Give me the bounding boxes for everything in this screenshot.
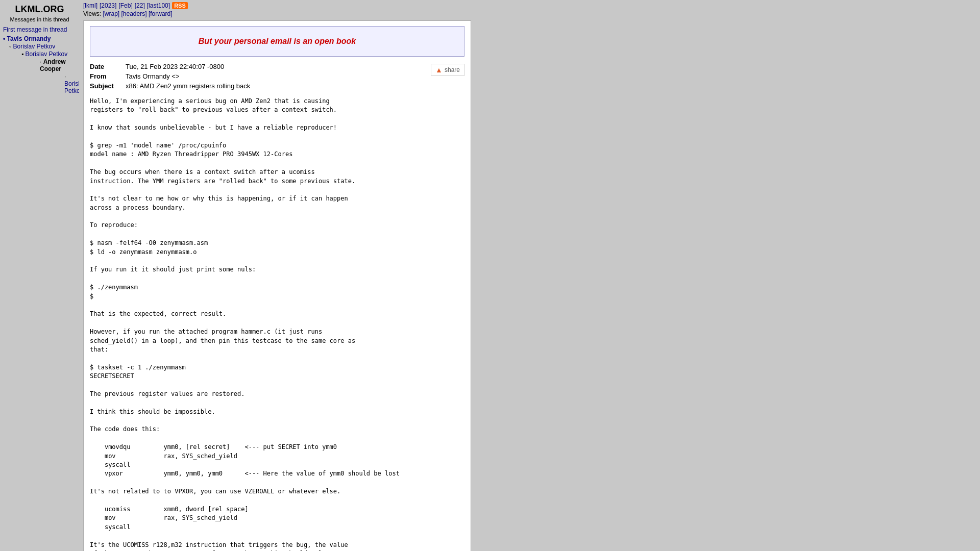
nav-forward[interactable]: [forward] (149, 10, 173, 17)
nav-lkml[interactable]: [lkml] (83, 2, 97, 9)
site-subtitle: Messages in this thread (10, 16, 69, 22)
thread-nav: First message in thread • Tavis Ormandy … (3, 26, 76, 94)
nav-22[interactable]: [22] (135, 2, 145, 9)
subject-label: Subject (90, 82, 126, 90)
date-value: Tue, 21 Feb 2023 22:40:07 -0800 (126, 63, 224, 70)
share-icon: ▲ (435, 66, 443, 74)
date-label: Date (90, 63, 126, 70)
nav-2023[interactable]: [2023] (100, 2, 116, 9)
thread-level5: · Borislav Petkov (40, 73, 76, 94)
email-header-date-row: Date Tue, 21 Feb 2023 22:40:07 -0800 (86, 62, 431, 71)
list-item: ◦ Borislav Petkov ▪ Borislav Petkov · An… (3, 43, 76, 94)
email-headers-section: ▲ share Date Tue, 21 Feb 2023 22:40:07 -… (84, 62, 471, 93)
borislav-link-1[interactable]: Borislav Petkov (13, 43, 56, 50)
thread-sub-sub-list: ▪ Borislav Petkov · Andrew Cooper · Bori… (9, 51, 76, 94)
email-body: Hello, I'm experiencing a serious bug on… (84, 93, 471, 551)
share-bar: ▲ share (431, 64, 464, 76)
share-button[interactable]: ▲ share (431, 64, 464, 76)
thread-author-tavis[interactable]: • Tavis Ormandy (3, 35, 51, 42)
share-label: share (445, 66, 460, 73)
from-value: Tavis Ormandy <> (126, 72, 180, 80)
thread-list: • Tavis Ormandy ◦ Borislav Petkov ▪ Bori… (3, 35, 76, 94)
thread-sub-list: ◦ Borislav Petkov ▪ Borislav Petkov · An… (3, 43, 76, 94)
list-item: • Tavis Ormandy ◦ Borislav Petkov ▪ Bori… (3, 35, 76, 94)
email-ad-banner: But your personal email is an open book (90, 26, 464, 57)
left-panel: LKML.ORG Messages in this thread First m… (0, 0, 79, 551)
site-title[interactable]: LKML.ORG (3, 4, 76, 15)
site-header: LKML.ORG Messages in this thread (3, 4, 76, 23)
nav-feb[interactable]: [Feb] (118, 2, 132, 9)
tavis-link[interactable]: Tavis Ormandy (7, 35, 51, 42)
nav-headers[interactable]: [headers] (121, 10, 147, 17)
ad-text: But your personal email is an open book (199, 37, 356, 45)
views-label: Views: (83, 10, 101, 17)
email-header-subject-row: Subject x86: AMD Zen2 ymm registers roll… (86, 81, 469, 91)
list-item: · Borislav Petkov (40, 73, 76, 94)
list-item: ▪ Borislav Petkov · Andrew Cooper · Bori… (9, 51, 76, 94)
andrew-current: Andrew Cooper (40, 58, 66, 72)
main-content: [lkml] [2023] [Feb] [22] [last100] RSS V… (79, 0, 980, 551)
first-message-link[interactable]: First message in thread (3, 26, 76, 33)
rss-badge[interactable]: RSS (172, 2, 188, 9)
views-nav: Views: [wrap] [headers] [forward] (83, 10, 976, 17)
from-label: From (90, 72, 126, 80)
borislav-link-2[interactable]: Borislav Petkov (26, 51, 68, 58)
subject-value: x86: AMD Zen2 ymm registers rolling back (126, 82, 250, 90)
top-nav: [lkml] [2023] [Feb] [22] [last100] RSS (83, 2, 976, 9)
list-item: · Andrew Cooper · Borislav Petkov (21, 58, 76, 94)
thread-level4: · Andrew Cooper · Borislav Petkov (21, 58, 76, 94)
email-header-from-row: From Tavis Ormandy <> (86, 71, 431, 81)
nav-wrap[interactable]: [wrap] (103, 10, 119, 17)
email-container: But your personal email is an open book … (83, 20, 471, 551)
nav-last100[interactable]: [last100] (147, 2, 170, 9)
